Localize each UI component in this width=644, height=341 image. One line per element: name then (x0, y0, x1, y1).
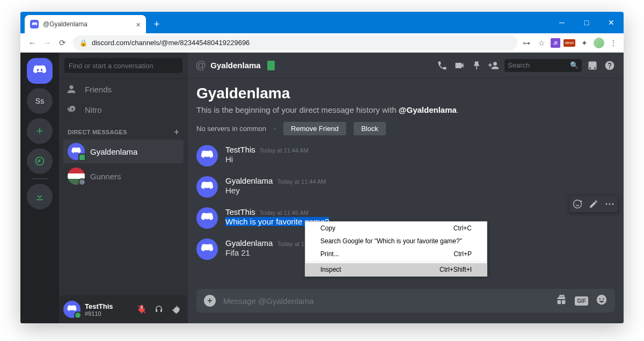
window-controls: ─ □ ✕ (550, 12, 624, 33)
tab-close-icon[interactable]: × (136, 20, 141, 29)
mobile-indicator-icon (267, 61, 275, 70)
message-text: Hey (225, 186, 615, 195)
context-print[interactable]: Print...Ctrl+P (305, 248, 487, 260)
dm-header: DIRECT MESSAGES + (59, 120, 188, 139)
forward-button[interactable]: → (40, 35, 55, 50)
maximize-button[interactable]: □ (574, 12, 599, 33)
context-search-google[interactable]: Search Google for "Which is your favorit… (305, 235, 487, 248)
emoji-button[interactable] (596, 294, 608, 308)
minimize-button[interactable]: ─ (550, 12, 574, 33)
edit-message-button[interactable] (586, 196, 602, 212)
reload-button[interactable]: ⟳ (55, 35, 70, 50)
message-avatar[interactable] (196, 176, 218, 198)
chat-search-input[interactable]: Search🔍 (504, 59, 582, 72)
user-panel: TestThis #9110 (59, 295, 188, 323)
browser-titlebar: @Gyaldenlama × + ─ □ ✕ (20, 12, 624, 33)
dm-name: Gyaldenlama (90, 147, 137, 156)
no-servers-text: No servers in common (196, 125, 266, 133)
home-button[interactable] (27, 58, 53, 84)
at-icon: @ (195, 59, 206, 71)
message-avatar[interactable] (196, 145, 218, 166)
block-button[interactable]: Block (354, 122, 386, 135)
message-actions-toolbar (569, 195, 618, 213)
message-author[interactable]: TestThis (225, 207, 255, 216)
lock-icon: 🔒 (79, 39, 87, 47)
voice-call-button[interactable] (436, 59, 449, 72)
message-timestamp: Today at 11:44 AM (277, 178, 326, 185)
download-apps-button[interactable] (27, 184, 53, 209)
server-ss[interactable]: Ss (27, 88, 53, 114)
message-timestamp: Today at 11:44 AM (260, 147, 309, 154)
message-author[interactable]: TestThis (225, 145, 255, 154)
bookmark-star-icon[interactable]: ☆ (536, 37, 547, 49)
message: GyaldenlamaToday at 11:44 AMHey (196, 176, 615, 198)
offline-status-icon (78, 178, 86, 186)
nitro-label: Nitro (85, 105, 102, 114)
tab-title: @Gyaldenlama (43, 20, 131, 28)
message-avatar[interactable] (196, 207, 218, 229)
extensions-icon[interactable]: ✦ (579, 37, 590, 49)
discord-favicon (30, 20, 39, 28)
context-separator (305, 262, 487, 262)
self-avatar[interactable] (63, 301, 80, 318)
self-tag: #9110 (85, 310, 130, 317)
mute-mic-button[interactable] (134, 302, 149, 317)
pinned-messages-button[interactable] (470, 59, 483, 72)
chat-header-title: Gyaldenlama (210, 61, 260, 70)
friends-nav[interactable]: Friends (59, 79, 188, 99)
close-button[interactable]: ✕ (599, 12, 624, 33)
key-icon[interactable]: ⊶ (521, 37, 532, 49)
context-inspect[interactable]: InspectCtrl+Shift+I (305, 263, 487, 276)
server-guild-bar: Ss + (20, 53, 59, 323)
gift-button[interactable] (555, 294, 567, 308)
browser-window: @Gyaldenlama × + ─ □ ✕ ← → ⟳ 🔒 discord.c… (20, 12, 624, 323)
context-copy[interactable]: CopyCtrl+C (305, 222, 487, 235)
url-box[interactable]: 🔒 discord.com/channels/@me/8234454804192… (73, 35, 517, 50)
extension-j[interactable]: J! (551, 38, 560, 48)
add-reaction-button[interactable] (569, 196, 586, 212)
chrome-menu-icon[interactable]: ⋮ (608, 37, 619, 49)
channels-sidebar: Find or start a conversation Friends Nit… (59, 53, 188, 323)
browser-tab[interactable]: @Gyaldenlama × (25, 15, 146, 33)
settings-button[interactable] (169, 302, 184, 317)
inbox-button[interactable] (586, 59, 599, 72)
back-button[interactable]: ← (25, 35, 40, 50)
address-bar: ← → ⟳ 🔒 discord.com/channels/@me/8234454… (20, 33, 624, 53)
self-info: TestThis #9110 (85, 302, 130, 317)
explore-servers-button[interactable] (27, 148, 53, 174)
online-status-icon (74, 311, 82, 319)
nitro-icon (65, 104, 77, 115)
friends-label: Friends (85, 85, 112, 94)
message-author[interactable]: Gyaldenlama (225, 238, 273, 248)
create-dm-button[interactable]: + (174, 127, 179, 137)
message-timestamp: Today at 11:45 AM (260, 209, 309, 216)
welcome-text: This is the beginning of your direct mes… (196, 105, 615, 114)
message-avatar[interactable] (196, 238, 218, 260)
message-input-bar: + Message @Gyaldenlama GIF (196, 289, 615, 313)
add-friends-button[interactable] (487, 59, 500, 72)
message-author[interactable]: Gyaldenlama (225, 176, 273, 185)
new-tab-button[interactable]: + (149, 17, 164, 32)
remove-friend-button[interactable]: Remove Friend (283, 122, 346, 135)
dm-header-label: DIRECT MESSAGES (68, 129, 127, 135)
help-button[interactable] (603, 59, 616, 72)
dm-avatar (68, 168, 85, 185)
video-call-button[interactable] (453, 59, 466, 72)
nitro-nav[interactable]: Nitro (59, 99, 188, 120)
chat-area: @ Gyaldenlama Search🔍 Gyaldenlama This i… (188, 53, 624, 323)
gif-button[interactable]: GIF (575, 296, 588, 306)
dm-item-gyaldenlama[interactable]: Gyaldenlama (63, 140, 184, 163)
more-actions-button[interactable] (602, 196, 618, 212)
attach-button[interactable]: + (204, 295, 216, 307)
friends-icon (65, 83, 77, 95)
profile-avatar[interactable] (594, 38, 604, 48)
url-text: discord.com/channels/@me/823445480419229… (92, 39, 250, 47)
extension-desc[interactable]: desc (564, 39, 575, 47)
deafen-button[interactable] (151, 302, 166, 317)
find-conversation-input[interactable]: Find or start a conversation (64, 58, 182, 73)
separator-dot (274, 128, 276, 130)
add-server-button[interactable]: + (27, 118, 53, 144)
message-input[interactable]: Message @Gyaldenlama (223, 296, 548, 306)
dm-item-gunners[interactable]: Gunners (63, 164, 184, 188)
mobile-status-icon (78, 154, 86, 161)
